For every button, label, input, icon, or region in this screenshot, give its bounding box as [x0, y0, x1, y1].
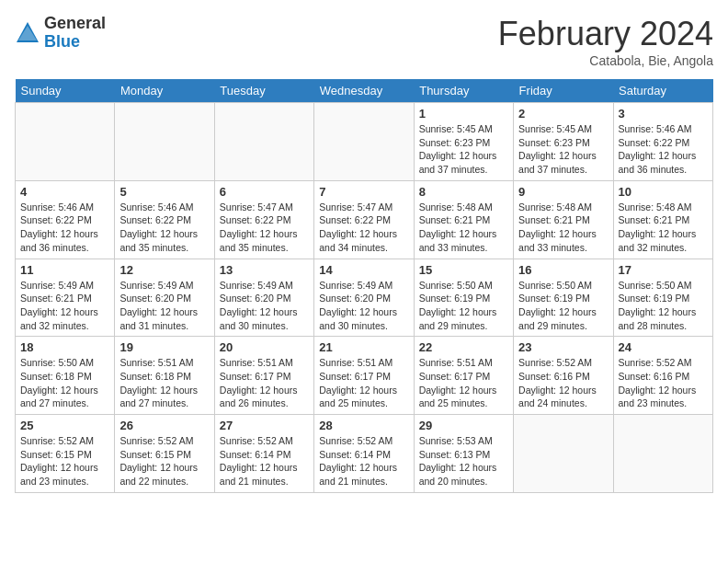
day-number: 18	[20, 340, 109, 354]
logo-text: General Blue	[44, 15, 106, 52]
calendar-cell: 4Sunrise: 5:46 AMSunset: 6:22 PMDaylight…	[16, 180, 115, 259]
calendar-cell: 1Sunrise: 5:45 AMSunset: 6:23 PMDaylight…	[414, 103, 513, 181]
calendar-week-4: 18Sunrise: 5:50 AMSunset: 6:18 PMDayligh…	[16, 337, 713, 415]
calendar-cell: 16Sunrise: 5:50 AMSunset: 6:19 PMDayligh…	[514, 259, 613, 337]
calendar-cell: 7Sunrise: 5:47 AMSunset: 6:22 PMDaylight…	[314, 180, 414, 259]
calendar-cell: 20Sunrise: 5:51 AMSunset: 6:17 PMDayligh…	[214, 337, 313, 415]
day-number: 3	[619, 107, 708, 121]
day-number: 10	[619, 185, 708, 199]
day-number: 11	[20, 263, 109, 277]
calendar-cell: 21Sunrise: 5:51 AMSunset: 6:17 PMDayligh…	[314, 337, 414, 415]
header-wednesday: Wednesday	[314, 79, 414, 103]
calendar-cell: 3Sunrise: 5:46 AMSunset: 6:22 PMDaylight…	[613, 103, 712, 181]
day-number: 28	[319, 419, 408, 432]
day-number: 16	[518, 263, 608, 277]
day-info: Sunrise: 5:51 AMSunset: 6:17 PMDaylight:…	[419, 356, 508, 410]
day-info: Sunrise: 5:52 AMSunset: 6:14 PMDaylight:…	[220, 434, 309, 488]
calendar-cell: 25Sunrise: 5:52 AMSunset: 6:15 PMDayligh…	[16, 415, 115, 493]
calendar-cell: 19Sunrise: 5:51 AMSunset: 6:18 PMDayligh…	[115, 337, 214, 415]
calendar-cell	[16, 103, 115, 181]
calendar-cell: 17Sunrise: 5:50 AMSunset: 6:19 PMDayligh…	[613, 259, 712, 337]
day-number: 22	[419, 340, 508, 354]
header-sunday: Sunday	[16, 79, 115, 103]
day-number: 9	[518, 185, 608, 199]
day-info: Sunrise: 5:52 AMSunset: 6:15 PMDaylight:…	[119, 434, 209, 488]
day-info: Sunrise: 5:45 AMSunset: 6:23 PMDaylight:…	[419, 122, 508, 177]
logo: General Blue	[15, 15, 106, 52]
day-info: Sunrise: 5:46 AMSunset: 6:22 PMDaylight:…	[619, 122, 708, 177]
svg-marker-1	[18, 26, 37, 40]
day-info: Sunrise: 5:49 AMSunset: 6:21 PMDaylight:…	[20, 279, 109, 333]
day-number: 29	[419, 419, 508, 432]
calendar-cell: 12Sunrise: 5:49 AMSunset: 6:20 PMDayligh…	[115, 259, 214, 337]
calendar-cell	[115, 103, 214, 181]
day-info: Sunrise: 5:49 AMSunset: 6:20 PMDaylight:…	[220, 279, 309, 333]
calendar-cell: 23Sunrise: 5:52 AMSunset: 6:16 PMDayligh…	[514, 337, 613, 415]
calendar-cell: 11Sunrise: 5:49 AMSunset: 6:21 PMDayligh…	[16, 259, 115, 337]
calendar-week-2: 4Sunrise: 5:46 AMSunset: 6:22 PMDaylight…	[16, 180, 713, 259]
day-number: 19	[119, 340, 209, 354]
calendar-cell	[214, 103, 313, 181]
day-number: 5	[119, 185, 209, 199]
location: Catabola, Bie, Angola	[498, 53, 713, 68]
day-info: Sunrise: 5:51 AMSunset: 6:18 PMDaylight:…	[119, 356, 209, 410]
day-info: Sunrise: 5:51 AMSunset: 6:17 PMDaylight:…	[220, 356, 309, 410]
day-number: 27	[220, 419, 309, 432]
day-number: 2	[518, 107, 608, 121]
day-number: 23	[518, 340, 608, 354]
header-tuesday: Tuesday	[214, 79, 313, 103]
header-friday: Friday	[514, 79, 613, 103]
day-info: Sunrise: 5:50 AMSunset: 6:19 PMDaylight:…	[619, 279, 708, 333]
header-monday: Monday	[115, 79, 214, 103]
month-title: February 2024	[498, 15, 713, 53]
header-thursday: Thursday	[414, 79, 513, 103]
day-number: 6	[220, 185, 309, 199]
day-number: 17	[619, 263, 708, 277]
day-info: Sunrise: 5:47 AMSunset: 6:22 PMDaylight:…	[220, 201, 309, 255]
calendar-cell: 28Sunrise: 5:52 AMSunset: 6:14 PMDayligh…	[314, 415, 414, 493]
day-info: Sunrise: 5:52 AMSunset: 6:16 PMDaylight:…	[518, 356, 608, 410]
day-info: Sunrise: 5:50 AMSunset: 6:18 PMDaylight:…	[20, 356, 109, 410]
calendar-cell: 14Sunrise: 5:49 AMSunset: 6:20 PMDayligh…	[314, 259, 414, 337]
day-info: Sunrise: 5:50 AMSunset: 6:19 PMDaylight:…	[419, 279, 508, 333]
calendar-cell: 27Sunrise: 5:52 AMSunset: 6:14 PMDayligh…	[214, 415, 313, 493]
day-number: 7	[319, 185, 408, 199]
calendar-cell: 6Sunrise: 5:47 AMSunset: 6:22 PMDaylight…	[214, 180, 313, 259]
calendar-table: SundayMondayTuesdayWednesdayThursdayFrid…	[15, 79, 713, 493]
day-number: 24	[619, 340, 708, 354]
day-info: Sunrise: 5:49 AMSunset: 6:20 PMDaylight:…	[119, 279, 209, 333]
logo-icon	[15, 20, 40, 46]
calendar-cell	[613, 415, 712, 493]
calendar-cell: 13Sunrise: 5:49 AMSunset: 6:20 PMDayligh…	[214, 259, 313, 337]
day-number: 25	[20, 419, 109, 432]
calendar-cell: 5Sunrise: 5:46 AMSunset: 6:22 PMDaylight…	[115, 180, 214, 259]
day-info: Sunrise: 5:50 AMSunset: 6:19 PMDaylight:…	[518, 279, 608, 333]
calendar-header-row: SundayMondayTuesdayWednesdayThursdayFrid…	[16, 79, 713, 103]
calendar-cell	[514, 415, 613, 493]
calendar-cell: 18Sunrise: 5:50 AMSunset: 6:18 PMDayligh…	[16, 337, 115, 415]
day-info: Sunrise: 5:45 AMSunset: 6:23 PMDaylight:…	[518, 122, 608, 177]
calendar-cell: 15Sunrise: 5:50 AMSunset: 6:19 PMDayligh…	[414, 259, 513, 337]
logo-blue: Blue	[44, 33, 106, 52]
day-info: Sunrise: 5:48 AMSunset: 6:21 PMDaylight:…	[419, 201, 508, 255]
day-info: Sunrise: 5:48 AMSunset: 6:21 PMDaylight:…	[518, 201, 608, 255]
day-info: Sunrise: 5:46 AMSunset: 6:22 PMDaylight:…	[20, 201, 109, 255]
day-info: Sunrise: 5:52 AMSunset: 6:15 PMDaylight:…	[20, 434, 109, 488]
day-info: Sunrise: 5:48 AMSunset: 6:21 PMDaylight:…	[619, 201, 708, 255]
calendar-cell: 26Sunrise: 5:52 AMSunset: 6:15 PMDayligh…	[115, 415, 214, 493]
logo-general: General	[44, 15, 106, 33]
calendar-cell: 9Sunrise: 5:48 AMSunset: 6:21 PMDaylight…	[514, 180, 613, 259]
header-saturday: Saturday	[613, 79, 712, 103]
day-number: 1	[419, 107, 508, 121]
page-header: General Blue February 2024 Catabola, Bie…	[15, 15, 713, 68]
calendar-cell: 10Sunrise: 5:48 AMSunset: 6:21 PMDayligh…	[613, 180, 712, 259]
title-block: February 2024 Catabola, Bie, Angola	[498, 15, 713, 68]
day-number: 20	[220, 340, 309, 354]
day-info: Sunrise: 5:49 AMSunset: 6:20 PMDaylight:…	[319, 279, 408, 333]
day-info: Sunrise: 5:51 AMSunset: 6:17 PMDaylight:…	[319, 356, 408, 410]
day-number: 15	[419, 263, 508, 277]
day-number: 4	[20, 185, 109, 199]
calendar-cell: 8Sunrise: 5:48 AMSunset: 6:21 PMDaylight…	[414, 180, 513, 259]
day-info: Sunrise: 5:46 AMSunset: 6:22 PMDaylight:…	[119, 201, 209, 255]
day-info: Sunrise: 5:52 AMSunset: 6:16 PMDaylight:…	[619, 356, 708, 410]
